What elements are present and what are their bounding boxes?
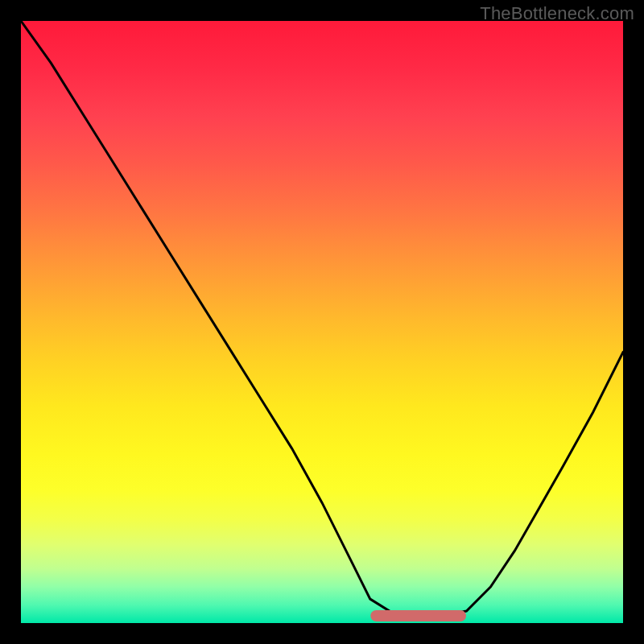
chart-container: TheBottleneck.com: [0, 0, 644, 644]
plot-area: [21, 21, 623, 623]
bottleneck-curve: [21, 21, 623, 616]
curve-layer: [21, 21, 623, 623]
